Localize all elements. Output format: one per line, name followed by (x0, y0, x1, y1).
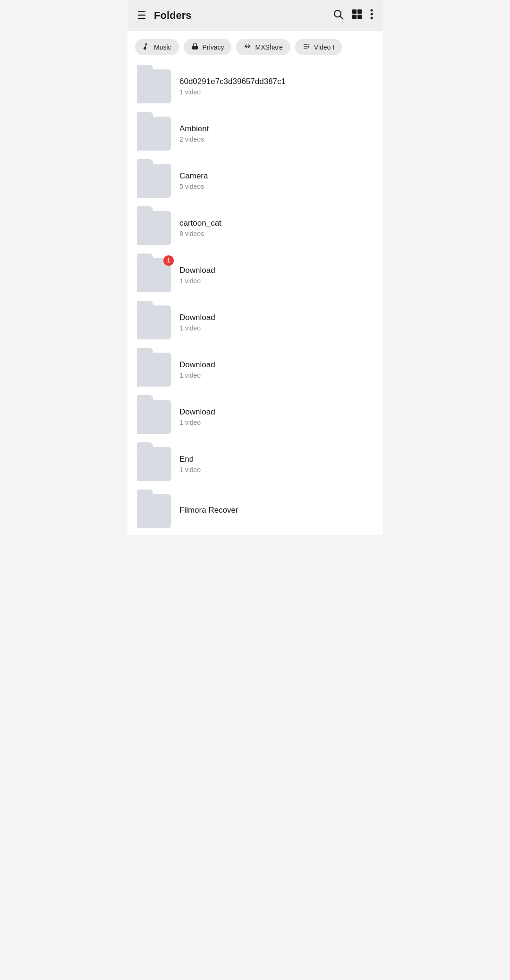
svg-rect-4 (352, 15, 357, 19)
folder-thumb-wrapper (137, 400, 171, 434)
video-chip-icon (303, 42, 310, 51)
list-item[interactable]: Ambient2 videos (128, 110, 382, 157)
folder-count: 1 video (179, 466, 373, 473)
folder-name: Download (179, 266, 373, 275)
page-title: Folders (154, 9, 191, 22)
folder-list: 60d0291e7c3d39657dd387c11 videoAmbient2 … (128, 63, 382, 535)
svg-rect-2 (352, 9, 357, 14)
folder-count: 1 video (179, 372, 373, 379)
list-item[interactable]: End1 video (128, 440, 382, 488)
svg-point-6 (371, 9, 373, 12)
chip-music[interactable]: Music (135, 39, 179, 55)
folder-info: Download1 video (179, 266, 373, 285)
filter-bar: Music Privacy MXShare (128, 31, 382, 63)
folder-name: Download (179, 407, 373, 417)
folder-icon (137, 164, 171, 198)
folder-count: 1 video (179, 419, 373, 426)
folder-count: 5 videos (179, 183, 373, 190)
folder-info: Download1 video (179, 407, 373, 426)
svg-rect-9 (192, 46, 198, 49)
folder-thumb-wrapper (137, 305, 171, 339)
folder-thumb-wrapper (137, 211, 171, 245)
folder-info: cartoon_cat8 videos (179, 219, 373, 237)
svg-rect-3 (357, 9, 362, 14)
header-left: ☰ Folders (137, 9, 191, 22)
hamburger-icon[interactable]: ☰ (137, 9, 146, 22)
folder-icon (137, 305, 171, 339)
folder-count: 1 video (179, 277, 373, 285)
chip-privacy-label: Privacy (203, 43, 224, 51)
folder-thumb-wrapper (137, 117, 171, 151)
folder-name: Ambient (179, 124, 373, 134)
folder-info: Ambient2 videos (179, 124, 373, 143)
folder-icon (137, 211, 171, 245)
svg-point-7 (371, 13, 373, 16)
svg-line-13 (308, 44, 309, 45)
chip-privacy[interactable]: Privacy (184, 39, 232, 55)
app-header: ☰ Folders (128, 0, 382, 31)
folder-icon (137, 400, 171, 434)
folder-icon (137, 353, 171, 387)
chip-video[interactable]: Video I (295, 39, 342, 55)
folder-thumb-wrapper: 1 (137, 258, 171, 292)
list-item[interactable]: Filmora Recover (128, 488, 382, 535)
folder-name: Camera (179, 171, 373, 181)
folder-name: Download (179, 360, 373, 370)
folder-badge: 1 (163, 255, 174, 266)
folder-name: 60d0291e7c3d39657dd387c1 (179, 77, 373, 86)
svg-line-1 (340, 17, 343, 19)
list-item[interactable]: Download1 video (128, 299, 382, 346)
folder-name: cartoon_cat (179, 219, 373, 228)
folder-count: 1 video (179, 88, 373, 96)
mxshare-chip-icon (244, 42, 251, 51)
folder-thumb-wrapper (137, 353, 171, 387)
folder-thumb-wrapper (137, 164, 171, 198)
chip-mxshare[interactable]: MXShare (236, 39, 290, 55)
folder-info: Download1 video (179, 360, 373, 379)
folder-count: 1 video (179, 324, 373, 332)
more-options-icon[interactable] (370, 8, 373, 23)
folder-info: End1 video (179, 455, 373, 473)
folder-thumb-wrapper (137, 69, 171, 103)
folder-name: Download (179, 313, 373, 322)
folder-name: Filmora Recover (179, 506, 373, 515)
folder-thumb-wrapper (137, 447, 171, 481)
folder-icon (137, 447, 171, 481)
music-chip-icon (143, 42, 150, 51)
chip-video-label: Video I (314, 43, 334, 51)
list-item[interactable]: Download1 video (128, 346, 382, 393)
privacy-chip-icon (191, 42, 199, 51)
folder-icon (137, 69, 171, 103)
folder-thumb-wrapper (137, 494, 171, 528)
list-item[interactable]: 60d0291e7c3d39657dd387c11 video (128, 63, 382, 110)
search-icon[interactable] (332, 8, 344, 23)
svg-line-14 (308, 48, 309, 48)
list-item[interactable]: 1Download1 video (128, 252, 382, 299)
grid-view-icon[interactable] (351, 8, 363, 23)
folder-icon (137, 117, 171, 151)
folder-info: Camera5 videos (179, 171, 373, 190)
folder-icon (137, 494, 171, 528)
chip-music-label: Music (154, 43, 171, 51)
folder-count: 2 videos (179, 135, 373, 143)
header-right (332, 8, 373, 23)
list-item[interactable]: Camera5 videos (128, 157, 382, 204)
list-item[interactable]: cartoon_cat8 videos (128, 204, 382, 252)
folder-name: End (179, 455, 373, 464)
svg-point-8 (371, 17, 373, 19)
folder-info: 60d0291e7c3d39657dd387c11 video (179, 77, 373, 96)
list-item[interactable]: Download1 video (128, 393, 382, 440)
chip-mxshare-label: MXShare (255, 43, 282, 51)
folder-count: 8 videos (179, 230, 373, 237)
folder-info: Download1 video (179, 313, 373, 332)
svg-rect-5 (357, 15, 362, 19)
folder-info: Filmora Recover (179, 506, 373, 517)
